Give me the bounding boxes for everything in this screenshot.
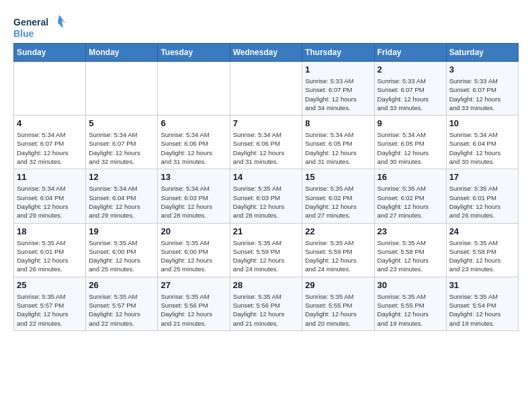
day-info: Sunrise: 5:34 AM Sunset: 6:05 PM Dayligh…: [305, 130, 371, 166]
calendar-cell: 19Sunrise: 5:35 AM Sunset: 6:00 PM Dayli…: [86, 223, 158, 277]
calendar-cell: 29Sunrise: 5:35 AM Sunset: 5:55 PM Dayli…: [302, 277, 374, 330]
calendar-cell: 2Sunrise: 5:33 AM Sunset: 6:07 PM Daylig…: [374, 62, 446, 116]
day-number: 12: [89, 172, 154, 182]
page-header: GeneralBlue: [13, 13, 519, 40]
day-info: Sunrise: 5:34 AM Sunset: 6:06 PM Dayligh…: [161, 130, 226, 166]
calendar-cell: 30Sunrise: 5:35 AM Sunset: 5:55 PM Dayli…: [374, 277, 446, 330]
calendar-cell: [158, 62, 230, 116]
calendar-cell: 28Sunrise: 5:35 AM Sunset: 5:56 PM Dayli…: [230, 277, 302, 330]
day-info: Sunrise: 5:35 AM Sunset: 5:58 PM Dayligh…: [449, 238, 515, 274]
day-info: Sunrise: 5:35 AM Sunset: 5:56 PM Dayligh…: [161, 292, 226, 328]
day-number: 10: [449, 118, 515, 128]
calendar-cell: [230, 62, 302, 116]
day-number: 13: [161, 172, 226, 182]
day-info: Sunrise: 5:35 AM Sunset: 6:02 PM Dayligh…: [305, 184, 371, 220]
day-info: Sunrise: 5:35 AM Sunset: 5:54 PM Dayligh…: [449, 292, 515, 328]
calendar-cell: 1Sunrise: 5:33 AM Sunset: 6:07 PM Daylig…: [302, 62, 374, 116]
day-info: Sunrise: 5:33 AM Sunset: 6:07 PM Dayligh…: [449, 77, 515, 112]
day-info: Sunrise: 5:35 AM Sunset: 5:59 PM Dayligh…: [305, 238, 371, 274]
day-number: 5: [89, 118, 154, 128]
day-info: Sunrise: 5:35 AM Sunset: 6:01 PM Dayligh…: [449, 184, 515, 220]
day-info: Sunrise: 5:35 AM Sunset: 5:55 PM Dayligh…: [305, 292, 371, 328]
calendar-cell: 22Sunrise: 5:35 AM Sunset: 5:59 PM Dayli…: [302, 223, 374, 277]
calendar-week-1: 1Sunrise: 5:33 AM Sunset: 6:07 PM Daylig…: [14, 62, 519, 116]
calendar-cell: 23Sunrise: 5:35 AM Sunset: 5:58 PM Dayli…: [374, 223, 446, 277]
calendar-cell: 3Sunrise: 5:33 AM Sunset: 6:07 PM Daylig…: [446, 62, 518, 116]
calendar-table: SundayMondayTuesdayWednesdayThursdayFrid…: [13, 43, 519, 331]
calendar-cell: 26Sunrise: 5:35 AM Sunset: 5:57 PM Dayli…: [86, 277, 158, 330]
day-info: Sunrise: 5:35 AM Sunset: 5:56 PM Dayligh…: [233, 292, 300, 328]
day-number: 22: [305, 226, 371, 236]
weekday-header-wednesday: Wednesday: [230, 44, 302, 62]
day-info: Sunrise: 5:35 AM Sunset: 5:55 PM Dayligh…: [378, 292, 443, 328]
calendar-cell: 9Sunrise: 5:34 AM Sunset: 6:05 PM Daylig…: [374, 116, 446, 169]
calendar-cell: 10Sunrise: 5:34 AM Sunset: 6:04 PM Dayli…: [446, 116, 518, 169]
day-number: 6: [161, 118, 226, 128]
day-number: 9: [378, 118, 443, 128]
day-number: 26: [89, 280, 154, 290]
day-number: 3: [449, 64, 515, 75]
calendar-cell: 7Sunrise: 5:34 AM Sunset: 6:06 PM Daylig…: [230, 116, 302, 169]
day-info: Sunrise: 5:34 AM Sunset: 6:07 PM Dayligh…: [89, 130, 154, 166]
day-number: 8: [305, 118, 371, 128]
day-number: 15: [305, 172, 371, 182]
calendar-cell: [86, 62, 158, 116]
weekday-header-saturday: Saturday: [446, 44, 518, 62]
day-number: 14: [233, 172, 300, 182]
day-number: 16: [378, 172, 443, 182]
day-number: 1: [305, 64, 371, 75]
day-info: Sunrise: 5:35 AM Sunset: 5:58 PM Dayligh…: [378, 238, 443, 274]
calendar-cell: 18Sunrise: 5:35 AM Sunset: 6:01 PM Dayli…: [14, 223, 86, 277]
logo: GeneralBlue: [13, 13, 67, 40]
calendar-cell: 20Sunrise: 5:35 AM Sunset: 6:00 PM Dayli…: [158, 223, 230, 277]
calendar-cell: 27Sunrise: 5:35 AM Sunset: 5:56 PM Dayli…: [158, 277, 230, 330]
svg-marker-2: [58, 15, 66, 28]
day-number: 25: [17, 280, 83, 290]
calendar-cell: 4Sunrise: 5:34 AM Sunset: 6:07 PM Daylig…: [14, 116, 86, 169]
day-info: Sunrise: 5:34 AM Sunset: 6:05 PM Dayligh…: [378, 130, 443, 166]
weekday-header-monday: Monday: [86, 44, 158, 62]
calendar-week-2: 4Sunrise: 5:34 AM Sunset: 6:07 PM Daylig…: [14, 116, 519, 169]
weekday-header-tuesday: Tuesday: [158, 44, 230, 62]
calendar-cell: 11Sunrise: 5:34 AM Sunset: 6:04 PM Dayli…: [14, 169, 86, 223]
day-info: Sunrise: 5:34 AM Sunset: 6:03 PM Dayligh…: [161, 184, 226, 220]
day-number: 21: [233, 226, 300, 236]
day-number: 30: [378, 280, 443, 290]
calendar-cell: 16Sunrise: 5:35 AM Sunset: 6:02 PM Dayli…: [374, 169, 446, 223]
day-info: Sunrise: 5:35 AM Sunset: 5:59 PM Dayligh…: [233, 238, 300, 274]
weekday-header-friday: Friday: [374, 44, 446, 62]
day-info: Sunrise: 5:35 AM Sunset: 6:00 PM Dayligh…: [161, 238, 226, 274]
day-number: 19: [89, 226, 154, 236]
svg-text:General: General: [13, 17, 48, 28]
day-info: Sunrise: 5:34 AM Sunset: 6:04 PM Dayligh…: [449, 130, 515, 166]
day-info: Sunrise: 5:33 AM Sunset: 6:07 PM Dayligh…: [378, 77, 443, 112]
calendar-cell: 12Sunrise: 5:34 AM Sunset: 6:04 PM Dayli…: [86, 169, 158, 223]
day-info: Sunrise: 5:34 AM Sunset: 6:04 PM Dayligh…: [17, 184, 83, 220]
day-info: Sunrise: 5:35 AM Sunset: 5:57 PM Dayligh…: [89, 292, 154, 328]
weekday-header-thursday: Thursday: [302, 44, 374, 62]
day-number: 7: [233, 118, 300, 128]
logo-icon: GeneralBlue: [13, 13, 67, 40]
calendar-cell: 8Sunrise: 5:34 AM Sunset: 6:05 PM Daylig…: [302, 116, 374, 169]
calendar-cell: 15Sunrise: 5:35 AM Sunset: 6:02 PM Dayli…: [302, 169, 374, 223]
day-number: 27: [161, 280, 226, 290]
day-info: Sunrise: 5:34 AM Sunset: 6:07 PM Dayligh…: [17, 130, 83, 166]
calendar-cell: 14Sunrise: 5:35 AM Sunset: 6:03 PM Dayli…: [230, 169, 302, 223]
day-info: Sunrise: 5:35 AM Sunset: 6:02 PM Dayligh…: [378, 184, 443, 220]
calendar-week-4: 18Sunrise: 5:35 AM Sunset: 6:01 PM Dayli…: [14, 223, 519, 277]
day-number: 29: [305, 280, 371, 290]
calendar-cell: 13Sunrise: 5:34 AM Sunset: 6:03 PM Dayli…: [158, 169, 230, 223]
weekday-header-sunday: Sunday: [14, 44, 86, 62]
day-number: 11: [17, 172, 83, 182]
calendar-cell: 5Sunrise: 5:34 AM Sunset: 6:07 PM Daylig…: [86, 116, 158, 169]
calendar-cell: 25Sunrise: 5:35 AM Sunset: 5:57 PM Dayli…: [14, 277, 86, 330]
weekday-header-row: SundayMondayTuesdayWednesdayThursdayFrid…: [14, 44, 519, 62]
day-number: 18: [17, 226, 83, 236]
calendar-week-5: 25Sunrise: 5:35 AM Sunset: 5:57 PM Dayli…: [14, 277, 519, 330]
day-info: Sunrise: 5:35 AM Sunset: 6:00 PM Dayligh…: [89, 238, 154, 274]
calendar-cell: [14, 62, 86, 116]
day-info: Sunrise: 5:34 AM Sunset: 6:04 PM Dayligh…: [89, 184, 154, 220]
day-info: Sunrise: 5:35 AM Sunset: 5:57 PM Dayligh…: [17, 292, 83, 328]
day-number: 2: [378, 64, 443, 75]
calendar-cell: 21Sunrise: 5:35 AM Sunset: 5:59 PM Dayli…: [230, 223, 302, 277]
